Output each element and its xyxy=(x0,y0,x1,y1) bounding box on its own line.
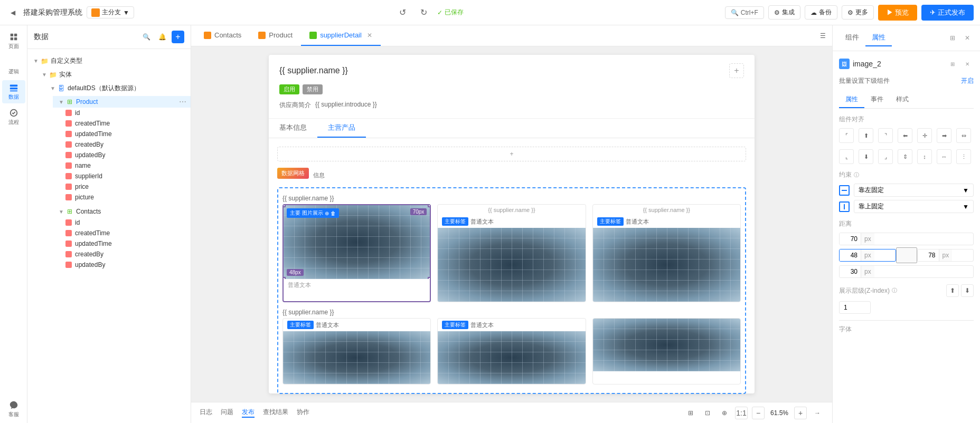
sidebar-item-page[interactable]: 页面 xyxy=(2,30,25,53)
integrate-button[interactable]: ⚙ 集成 xyxy=(768,5,800,20)
preview-button[interactable]: ▶ 预览 xyxy=(878,5,918,21)
batch-open-button[interactable]: 开启 xyxy=(961,76,974,85)
branch-selector[interactable]: 主分支 ▼ xyxy=(87,6,134,18)
sidebar-item-logic[interactable]: 逻辑 xyxy=(2,55,25,78)
zindex-layer-down[interactable]: ⬇ xyxy=(961,284,974,297)
panel-expand-button[interactable]: ⊞ xyxy=(946,32,959,44)
zoom-out-button[interactable]: − xyxy=(752,407,765,419)
tab-close-icon[interactable]: ✕ xyxy=(367,32,372,39)
more-button[interactable]: ⚙ 更多 xyxy=(842,5,874,20)
prop-tab-props[interactable]: 属性 xyxy=(839,92,864,108)
tree-row-entity[interactable]: ▼ 📁 实体 xyxy=(36,69,191,81)
align-distribute-h[interactable]: ⇔ xyxy=(956,128,971,143)
navigate-right-button[interactable]: → xyxy=(811,407,824,419)
distance-top-input[interactable] xyxy=(840,233,861,245)
data-bell-button[interactable]: 🔔 xyxy=(156,31,168,43)
backup-button[interactable]: ☁ 备份 xyxy=(805,5,837,20)
tree-row-defaultds[interactable]: ▼ 🗄 defaultDS（默认数据源） xyxy=(44,82,191,94)
back-button[interactable]: ◀ xyxy=(6,6,19,19)
prop-tab-events[interactable]: 事件 xyxy=(864,92,890,108)
comp-close-button[interactable]: ✕ xyxy=(961,57,974,70)
page-tab-basic[interactable]: 基本信息 xyxy=(269,119,317,138)
grid-card-5[interactable]: 主要标签 普通文本 xyxy=(437,318,586,384)
align-v-center[interactable]: ↕ xyxy=(917,149,932,164)
align-top-center[interactable]: ⬆ xyxy=(859,128,873,143)
resize-tr[interactable] xyxy=(428,205,430,207)
ratio-button[interactable]: 1:1 xyxy=(735,407,748,419)
align-bottom-left[interactable]: ⌞ xyxy=(839,149,854,164)
sidebar-item-data[interactable]: 数据 xyxy=(2,80,25,103)
grid-card-2[interactable]: {{ supplier.name }} 主要标签 普通文本 xyxy=(437,204,586,302)
add-component-button[interactable]: + xyxy=(729,63,744,78)
resize-bl[interactable] xyxy=(284,277,286,279)
zoom-in-button[interactable]: + xyxy=(794,407,807,419)
redo-button[interactable]: ↻ xyxy=(416,5,431,20)
tab-product[interactable]: Product xyxy=(250,25,301,46)
page-tab-products[interactable]: 主营产品 xyxy=(317,119,366,138)
bottom-tab-issue[interactable]: 问题 xyxy=(221,408,233,418)
constraint-h-dropdown[interactable]: 靠左固定 ▼ xyxy=(854,184,974,197)
canvas-content[interactable]: {{ supplier.name }} + 启用 禁用 供应商简介 {{ sup… xyxy=(191,46,832,402)
align-middle-left[interactable]: ⬅ xyxy=(898,128,912,143)
distance-top-wrap[interactable]: px xyxy=(839,233,974,245)
tree-row-contacts[interactable]: ▼ ⊞ Contacts xyxy=(53,206,191,217)
align-extra[interactable]: ⋮ xyxy=(956,149,971,164)
align-top-right[interactable]: ⌝ xyxy=(878,128,893,143)
add-row-button[interactable]: + xyxy=(277,147,746,161)
rp-tab-components[interactable]: 组件 xyxy=(839,30,865,46)
distance-bottom-wrap[interactable]: px xyxy=(839,265,974,278)
tab-supplierdetail[interactable]: supplierDetail ✕ xyxy=(301,25,381,46)
bottom-tab-log[interactable]: 日志 xyxy=(200,408,212,418)
prop-tab-style[interactable]: 样式 xyxy=(890,92,915,108)
zindex-input[interactable] xyxy=(839,301,871,314)
align-bottom-center[interactable]: ⬇ xyxy=(859,149,873,164)
align-h-center[interactable]: ↔ xyxy=(937,149,951,164)
tab-contacts[interactable]: Contacts xyxy=(195,25,250,46)
resize-tl[interactable] xyxy=(284,205,286,207)
align-middle-right[interactable]: ➡ xyxy=(937,128,951,143)
align-top-left[interactable]: ⌜ xyxy=(839,128,854,143)
expand-icon[interactable]: ▼ xyxy=(40,72,49,78)
bottom-tab-find[interactable]: 查找结果 xyxy=(263,408,288,418)
sidebar-item-flow[interactable]: 流程 xyxy=(2,105,25,129)
resize-br[interactable] xyxy=(428,277,430,279)
center-button[interactable]: ⊕ xyxy=(718,407,731,419)
expand-icon[interactable]: ▼ xyxy=(57,209,65,215)
bottom-tab-publish[interactable]: 发布 xyxy=(242,408,255,418)
grid-view-button[interactable]: ⊞ xyxy=(684,407,697,419)
distance-right-input[interactable] xyxy=(918,249,939,261)
sidebar-item-service[interactable]: 客服 xyxy=(2,400,25,423)
expand-icon[interactable]: ▼ xyxy=(57,99,65,105)
align-bottom-right[interactable]: ⌟ xyxy=(878,149,893,164)
align-distribute-v[interactable]: ⇕ xyxy=(898,149,912,164)
bottom-tab-collab[interactable]: 协作 xyxy=(297,408,309,418)
search-button[interactable]: 🔍 Ctrl+F xyxy=(725,6,764,19)
grid-card-3[interactable]: {{ supplier.name }} 主要标签 普通文本 xyxy=(592,204,741,302)
fit-button[interactable]: ⊡ xyxy=(701,407,714,419)
tabs-menu-button[interactable]: ☰ xyxy=(814,25,832,46)
data-add-button[interactable]: + xyxy=(172,31,184,43)
grid-card-1[interactable]: 主要 图片展示 ⊕ 🗑 70px 48px xyxy=(282,204,431,302)
expand-icon[interactable]: ▼ xyxy=(49,85,57,91)
distance-right-wrap[interactable]: px xyxy=(917,249,974,262)
undo-button[interactable]: ↺ xyxy=(395,5,410,20)
distance-bottom-input[interactable] xyxy=(840,266,861,277)
comp-expand-button[interactable]: ⊞ xyxy=(946,57,959,70)
copy-icon[interactable]: ⊕ xyxy=(325,210,329,216)
panel-close-button[interactable]: ✕ xyxy=(961,32,974,44)
constraint-v-dropdown[interactable]: 靠上固定 ▼ xyxy=(854,200,974,213)
delete-icon[interactable]: 🗑 xyxy=(331,210,336,216)
tree-row-product[interactable]: ▼ ⊞ Product ⋯ xyxy=(53,96,191,108)
zindex-layer-up[interactable]: ⬆ xyxy=(946,284,959,297)
data-search-button[interactable]: 🔍 xyxy=(140,31,153,43)
align-middle-center[interactable]: ✛ xyxy=(917,128,932,143)
distance-left-input[interactable] xyxy=(840,249,861,261)
grid-card-6[interactable] xyxy=(592,318,741,384)
grid-card-4[interactable]: 主要标签 普通文本 xyxy=(282,318,431,384)
publish-button[interactable]: ✈ 正式发布 xyxy=(921,5,974,21)
rp-tab-props[interactable]: 属性 xyxy=(865,30,892,46)
data-grid-label[interactable]: 数据网格 xyxy=(277,168,309,179)
tree-row-custom-type[interactable]: ▼ 📁 自定义类型 xyxy=(27,55,191,67)
more-icon[interactable]: ⋯ xyxy=(179,98,186,106)
distance-left-wrap[interactable]: px xyxy=(839,249,896,262)
